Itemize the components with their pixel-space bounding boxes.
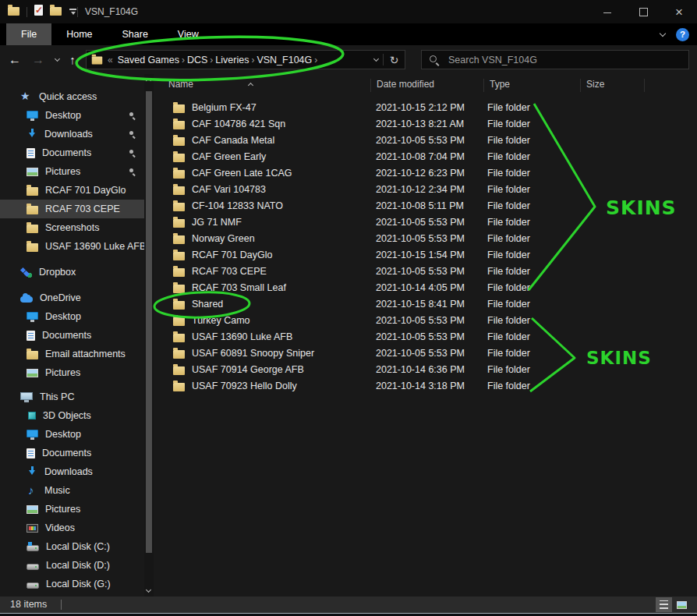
scroll-down-icon[interactable]: [147, 588, 150, 592]
sidebar-item-usaf-13690-luke-afb[interactable]: USAF 13690 Luke AFB: [0, 237, 144, 256]
qat-button-folder[interactable]: [8, 5, 19, 19]
tab-home[interactable]: Home: [51, 23, 107, 45]
breadcrumb-chevron-icon[interactable]: ›: [249, 55, 257, 65]
file-row-cf-104-12833-nato[interactable]: CF-104 12833 NATO2021-10-08 5:11 PMFile …: [154, 198, 697, 214]
thumbnail-view-button[interactable]: [674, 597, 690, 612]
column-divider[interactable]: [580, 79, 581, 92]
help-icon[interactable]: [676, 28, 689, 41]
sidebar-item-documents[interactable]: Documents: [0, 143, 144, 162]
file-row-usaf-70914-george-afb[interactable]: USAF 70914 George AFB2021-10-14 6:36 PMF…: [154, 362, 697, 378]
breadcrumb-overflow-icon[interactable]: «: [108, 55, 113, 65]
sidebar-item-label: OneDrive: [40, 292, 81, 303]
sidebar-item-pictures[interactable]: Pictures: [0, 500, 144, 519]
address-bar[interactable]: « Saved Games›DCS›Liveries›VSN_F104G›: [86, 50, 405, 69]
file-row-jg-71-nmf[interactable]: JG 71 NMF2021-10-05 5:53 PMFile folder: [154, 214, 697, 231]
qat-button-document-check[interactable]: [34, 5, 43, 19]
column-header-type[interactable]: Type: [490, 79, 510, 90]
refresh-icon[interactable]: [388, 54, 400, 66]
sidebar-item-label: Desktop: [45, 429, 81, 440]
breadcrumb-chevron-icon[interactable]: ›: [179, 55, 187, 65]
sidebar-item-quick-access[interactable]: Quick access: [0, 87, 144, 106]
qat-button-qat-dropdown[interactable]: [69, 5, 77, 19]
desktop-icon: [27, 312, 38, 320]
file-row-caf-vari-104783[interactable]: CAF Vari 1047832021-10-12 2:34 PMFile fo…: [154, 182, 697, 198]
file-row-caf-104786-421-sqn[interactable]: CAF 104786 421 Sqn2021-10-13 8:21 AMFile…: [154, 116, 697, 133]
up-button[interactable]: [64, 45, 81, 74]
sidebar-item-documents[interactable]: Documents: [0, 444, 144, 462]
sidebar-item-local-disk-d[interactable]: Local Disk (D:): [0, 556, 144, 575]
minimize-button[interactable]: [589, 0, 625, 23]
breadcrumb-item-liveries[interactable]: Liveries: [215, 55, 249, 65]
sidebar-item-this-pc[interactable]: This PC: [0, 388, 144, 406]
breadcrumb-item-dcs[interactable]: DCS: [187, 55, 207, 65]
tab-share[interactable]: Share: [108, 23, 163, 45]
qat-button-folder[interactable]: [50, 5, 62, 19]
search-box[interactable]: [421, 50, 689, 69]
breadcrumb-chevron-icon[interactable]: ›: [312, 55, 320, 65]
sidebar-item-screenshots[interactable]: Screenshots: [0, 218, 144, 237]
sidebar-scrollbar[interactable]: [144, 74, 154, 597]
sidebar-item-documents[interactable]: Documents: [0, 326, 144, 345]
file-row-usaf-60891-snoopy-sniper[interactable]: USAF 60891 Snoopy Sniper2021-10-05 5:53 …: [154, 345, 697, 362]
folder-icon: [50, 7, 62, 16]
expand-ribbon-icon[interactable]: [660, 30, 666, 36]
sidebar-item-pictures[interactable]: Pictures: [0, 162, 144, 181]
column-divider[interactable]: [370, 79, 371, 92]
details-view-button[interactable]: [656, 597, 672, 612]
scrollbar-thumb[interactable]: [146, 91, 152, 553]
sidebar-item-rcaf-701-dayglo[interactable]: RCAF 701 DayGlo: [0, 181, 144, 200]
column-divider[interactable]: [483, 79, 484, 92]
sidebar-item-email-attachments[interactable]: Email attachments: [0, 345, 144, 363]
maximize-button[interactable]: [625, 0, 661, 23]
close-button[interactable]: [661, 0, 697, 23]
column-header-size[interactable]: Size: [586, 79, 604, 90]
pic-icon: [27, 505, 38, 514]
search-input[interactable]: [447, 54, 681, 66]
file-name: CF-104 12833 NATO: [192, 200, 283, 211]
sidebar-item-local-disk-g[interactable]: Local Disk (G:): [0, 575, 144, 593]
sidebar-item-label: Documents: [42, 330, 91, 341]
sidebar-item-dropbox[interactable]: Dropbox: [0, 263, 144, 281]
breadcrumb: Saved Games›DCS›Liveries›VSN_F104G›: [118, 55, 320, 65]
sidebar-item-desktop[interactable]: Desktop: [0, 425, 144, 444]
recent-locations-button[interactable]: [48, 45, 65, 74]
forward-button[interactable]: [30, 45, 47, 74]
sidebar-item-videos[interactable]: Videos: [0, 519, 144, 537]
sidebar-item-onedrive[interactable]: OneDrive: [0, 289, 144, 307]
tab-view[interactable]: View: [163, 23, 214, 45]
sidebar-item-desktop[interactable]: Desktop: [0, 106, 144, 125]
sidebar-item-local-disk-c[interactable]: Local Disk (C:): [0, 537, 144, 556]
file-row-shared[interactable]: Shared2021-10-15 8:41 PMFile folder: [154, 296, 697, 313]
sidebar-item-3d-objects[interactable]: 3D Objects: [0, 406, 144, 425]
file-row-caf-canada-metal[interactable]: CAF Canada Metal2021-10-05 5:53 PMFile f…: [154, 133, 697, 149]
column-header-date-modified[interactable]: Date modified: [377, 79, 434, 90]
file-row-rcaf-703-small-leaf[interactable]: RCAF 703 Small Leaf2021-10-14 4:05 PMFil…: [154, 280, 697, 296]
file-row-turkey-camo[interactable]: Turkey Camo2021-10-05 5:53 PMFile folder: [154, 313, 697, 329]
file-row-norway-green[interactable]: Norway Green2021-10-05 5:53 PMFile folde…: [154, 231, 697, 247]
file-row-rcaf-703-cepe[interactable]: RCAF 703 CEPE2021-10-05 5:53 PMFile fold…: [154, 264, 697, 280]
sidebar-item-downloads[interactable]: Downloads: [0, 125, 144, 143]
file-row-rcaf-701-dayglo[interactable]: RCAF 701 DayGlo2021-10-15 1:54 PMFile fo…: [154, 247, 697, 264]
scroll-up-icon[interactable]: [147, 79, 150, 83]
breadcrumb-item-vsn-f104g[interactable]: VSN_F104G: [257, 55, 312, 65]
file-row-usaf-13690-luke-afb[interactable]: USAF 13690 Luke AFB2021-10-05 5:53 PMFil…: [154, 329, 697, 345]
file-row-usaf-70923-hello-dolly[interactable]: USAF 70923 Hello Dolly2021-10-14 3:18 PM…: [154, 378, 697, 395]
sidebar-item-rcaf-703-cepe[interactable]: RCAF 703 CEPE: [0, 200, 144, 218]
breadcrumb-item-saved-games[interactable]: Saved Games: [118, 55, 179, 65]
file-row-caf-green-early[interactable]: CAF Green Early2021-10-08 7:04 PMFile fo…: [154, 149, 697, 165]
column-header-name[interactable]: Name: [168, 79, 193, 90]
address-dropdown-icon[interactable]: [373, 56, 379, 62]
file-row-caf-green-late-1cag[interactable]: CAF Green Late 1CAG2021-10-12 6:23 PMFil…: [154, 165, 697, 182]
column-divider[interactable]: [644, 79, 645, 92]
file-row-belgium-fx-47[interactable]: Belgium FX-472021-10-15 2:12 PMFile fold…: [154, 100, 697, 116]
file-type: File folder: [487, 102, 530, 113]
tab-file[interactable]: File: [6, 23, 51, 45]
sidebar-item-pictures[interactable]: Pictures: [0, 363, 144, 382]
document-check-icon: [34, 5, 43, 16]
sidebar-item-music[interactable]: Music: [0, 481, 144, 500]
back-button[interactable]: [6, 45, 23, 74]
file-name: Shared: [192, 299, 223, 310]
sidebar-item-downloads[interactable]: Downloads: [0, 462, 144, 481]
breadcrumb-chevron-icon[interactable]: ›: [207, 55, 215, 65]
sidebar-item-desktop[interactable]: Desktop: [0, 307, 144, 326]
